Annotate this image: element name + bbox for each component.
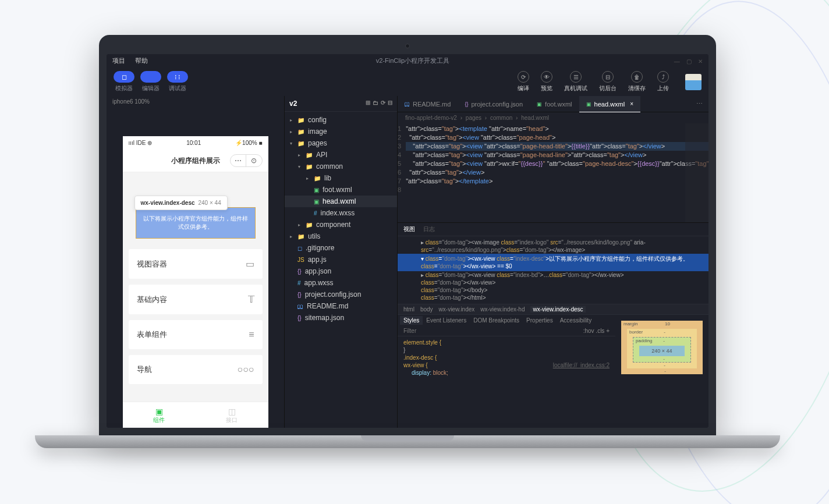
list-item[interactable]: 视图容器▭: [129, 249, 263, 279]
styles-tab[interactable]: Properties: [526, 317, 553, 324]
css-rules[interactable]: element.style {}.index-desc {</span></di…: [398, 336, 615, 428]
dom-node[interactable]: class="dom-tag"></body>: [421, 286, 703, 294]
tree-item[interactable]: #app.wxss: [285, 277, 397, 289]
tree-item[interactable]: ▣foot.wxml: [285, 184, 397, 196]
tabbar-item[interactable]: ◫接口: [196, 402, 268, 428]
action-label: 真机调试: [564, 84, 587, 93]
action-icon: ⟳: [518, 71, 529, 83]
dom-path-item[interactable]: html: [403, 306, 414, 313]
window-controls: — ▢ ✕: [669, 58, 703, 65]
toolbar-action[interactable]: 🗑清缓存: [628, 71, 646, 93]
file-name: pages: [308, 139, 327, 147]
filter-input[interactable]: [403, 328, 583, 334]
toolbar-action[interactable]: ☰真机调试: [564, 71, 587, 93]
tree-item[interactable]: ▸📁config: [285, 114, 397, 126]
file-icon: ◻: [297, 245, 302, 251]
tree-item[interactable]: ▸📁lib: [285, 172, 397, 184]
code-editor[interactable]: 12345678 "attr">class="tag"><template "a…: [398, 123, 708, 222]
tree-item[interactable]: ▣head.wxml: [285, 196, 397, 207]
tree-item[interactable]: {}app.json: [285, 265, 397, 277]
dom-node[interactable]: ▾ class="dom-tag"><wx-view class="index-…: [398, 254, 708, 271]
tabs-more-icon[interactable]: ⋯: [690, 96, 708, 112]
breadcrumb-item[interactable]: head.wxml: [521, 115, 549, 121]
tree-item[interactable]: #index.wxss: [285, 207, 397, 219]
collapse-icon[interactable]: ⊟: [388, 100, 392, 108]
tree-item[interactable]: JSapp.js: [285, 254, 397, 265]
minimize-icon[interactable]: —: [674, 58, 680, 65]
file-name: app.json: [305, 267, 331, 275]
editor-tab[interactable]: 🕮README.md: [398, 96, 458, 112]
ide-window: 项目 帮助 v2-FinClip小程序开发工具 — ▢ ✕ ◻模拟器编辑器⫶⫶调…: [107, 54, 708, 428]
maximize-icon[interactable]: ▢: [686, 58, 692, 65]
refresh-icon[interactable]: ⟳: [381, 100, 385, 108]
new-folder-icon[interactable]: 🗀: [373, 100, 378, 108]
editor-tab[interactable]: ▣head.wxml×: [579, 96, 640, 112]
more-icon[interactable]: ⋯: [231, 155, 247, 166]
file-icon: 🕮: [297, 303, 303, 310]
tab-console[interactable]: 日志: [423, 225, 435, 233]
dom-path-item[interactable]: wx-view.index-desc: [530, 306, 585, 313]
list-item[interactable]: 导航○○○: [129, 355, 263, 384]
caret-icon: ▸: [296, 222, 302, 228]
highlighted-element[interactable]: 以下将展示小程序官方组件能力，组件样式仅供参考。: [136, 207, 256, 239]
menu-project[interactable]: 项目: [112, 57, 125, 64]
file-name: API: [316, 151, 327, 159]
tree-item[interactable]: 🕮README.md: [285, 300, 397, 312]
mode-button[interactable]: ⫶⫶: [167, 71, 188, 83]
list-item[interactable]: 基础内容𝕋: [129, 285, 263, 314]
avatar[interactable]: [685, 74, 702, 90]
tree-item[interactable]: ▸📁utils: [285, 230, 397, 242]
dom-node[interactable]: class="dom-tag"></wx-view>: [421, 279, 703, 286]
new-file-icon[interactable]: ⊞: [366, 100, 370, 108]
dom-tree[interactable]: ▸ class="dom-tag"><wx-image class="index…: [398, 236, 708, 304]
mode-button[interactable]: ◻: [114, 71, 134, 83]
editor-tab[interactable]: ▣foot.wxml: [530, 96, 579, 112]
dom-path-item[interactable]: wx-view.index-hd: [480, 306, 525, 313]
capsule-button[interactable]: ⋯⊙: [230, 154, 263, 167]
styles-tab[interactable]: DOM Breakpoints: [473, 317, 519, 324]
tree-item[interactable]: ▸📁component: [285, 219, 397, 230]
file-icon: 📁: [306, 164, 313, 170]
dom-node[interactable]: ▸ class="dom-tag"><wx-view class="index-…: [421, 271, 703, 279]
tree-item[interactable]: {}sitemap.json: [285, 312, 397, 324]
list-item-label: 导航: [137, 364, 152, 375]
close-icon[interactable]: ✕: [698, 58, 703, 65]
dom-breadcrumb[interactable]: htmlbodywx-view.indexwx-view.index-hdwx-…: [398, 304, 708, 314]
editor-tab[interactable]: {}project.config.json: [458, 96, 530, 112]
caret-icon: ▸: [304, 176, 310, 181]
close-icon[interactable]: ⊙: [246, 155, 262, 166]
phone-navbar: 小程序组件展示 ⋯⊙: [123, 150, 268, 172]
menu-help[interactable]: 帮助: [135, 57, 148, 64]
file-explorer: v2 ⊞ 🗀 ⟳ ⊟ ▸📁config▸📁image▾📁pages▸📁API▾📁…: [284, 96, 398, 428]
tab-close-icon[interactable]: ×: [630, 101, 633, 107]
list-item-label: 视图容器: [137, 259, 167, 269]
breadcrumb-item[interactable]: fino-applet-demo-v2: [405, 115, 457, 121]
breadcrumb-item[interactable]: common: [490, 115, 512, 121]
toolbar-action[interactable]: ⟳编译: [518, 71, 529, 93]
styles-tab[interactable]: Styles: [400, 316, 423, 325]
tabbar-item[interactable]: ▣组件: [123, 402, 196, 428]
styles-tab[interactable]: Event Listeners: [426, 317, 466, 324]
dom-path-item[interactable]: wx-view.index: [439, 306, 475, 313]
tree-item[interactable]: ◻.gitignore: [285, 242, 397, 254]
dom-node[interactable]: ▸ class="dom-tag"><wx-image class="index…: [421, 239, 703, 254]
filter-tools[interactable]: :hov .cls +: [583, 328, 610, 334]
toolbar-action[interactable]: ⊟切后台: [599, 71, 617, 93]
tree-item[interactable]: ▸📁API: [285, 149, 397, 161]
list-item[interactable]: 表单组件≡: [129, 320, 263, 349]
tab-elements[interactable]: 视图: [403, 225, 415, 233]
tree-item[interactable]: ▸📁image: [285, 126, 397, 137]
tree-item[interactable]: ▾📁pages: [285, 137, 397, 149]
breadcrumb-item[interactable]: pages: [466, 115, 481, 121]
action-label: 清缓存: [628, 84, 646, 93]
list-item-icon: ≡: [249, 329, 254, 340]
tree-item[interactable]: {}project.config.json: [285, 289, 397, 300]
styles-tab[interactable]: Accessibility: [560, 317, 591, 324]
dom-path-item[interactable]: body: [420, 306, 433, 313]
dom-node[interactable]: class="dom-tag"></html>: [421, 294, 703, 301]
minimap[interactable]: [685, 123, 708, 222]
toolbar-action[interactable]: 👁预览: [541, 71, 552, 93]
toolbar-action[interactable]: ⤴上传: [657, 71, 669, 93]
mode-button[interactable]: [140, 71, 161, 83]
tree-item[interactable]: ▾📁common: [285, 161, 397, 172]
